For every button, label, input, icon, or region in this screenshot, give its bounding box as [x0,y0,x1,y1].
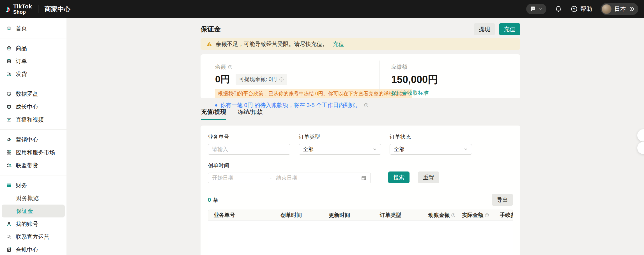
logo-line1: TikTok [13,3,32,9]
order-no-label: 业务单号 [208,133,290,141]
sidebar-item-marketing[interactable]: 营销中心 [0,133,66,146]
warning-icon [206,41,212,47]
results-count: 0 [208,197,211,203]
order-no-field: 业务单号 [208,133,290,155]
sidebar-item-deposit[interactable]: 保证金 [2,205,65,217]
insufficient-balance-alert: 余额不足，可能导致经营受限。请尽快充值。 充值 [201,38,520,50]
info-icon[interactable]: ? [485,213,489,217]
tab-recharge-withdraw[interactable]: 充值/提现 [201,108,226,120]
sidebar-item-label: 营销中心 [16,136,38,143]
info-icon[interactable]: ? [451,213,456,217]
info-icon[interactable]: ? [364,103,369,108]
messages-button[interactable] [526,4,546,14]
order-no-input[interactable] [208,144,290,155]
created-time-label: 创单时间 [208,162,371,169]
balance-card: 余额 ? 0円 可提现余额: 0円 ? 根据我们的平台政策，已从你的账号中冻结 … [201,54,520,98]
sidebar-item-live-video[interactable]: 直播和视频 [0,113,66,126]
sidebar-item-label: 保证金 [16,207,33,215]
sidebar-item-finance-overview[interactable]: 财务概览 [0,192,66,205]
date-separator: - [270,175,272,181]
sidebar-item-my-account[interactable]: 我的账号 [0,217,66,230]
sidebar-item-orders[interactable]: 订单 [0,55,66,68]
deposit-standard-link[interactable]: 保证金收取标准 [391,89,438,97]
sidebar-item-label: 数据罗盘 [16,90,38,98]
compass-icon [6,91,12,97]
info-icon[interactable]: ? [279,77,284,82]
due-block: 应缴额 150,000円 保证金收取标准 [391,63,438,97]
page-header: 保证金 提现 充值 [201,23,520,35]
chevron-down-icon [539,7,543,11]
floating-widget-button-1[interactable] [637,129,644,142]
topbar-actions: ? 帮助 日本 [526,3,638,15]
sidebar-item-analytics[interactable]: 数据罗盘 [0,87,66,100]
filter-row-1: 业务单号 订单类型 全部 订单状态 全部 [208,133,513,155]
question-circle-icon: ? [571,5,578,13]
start-date-placeholder: 开始日期 [212,174,233,182]
account-region-button[interactable]: 日本 [601,3,638,15]
alert-text: 余额不足，可能导致经营受限。请尽快充值。 [216,40,328,48]
sidebar: 首页 商品 订单 发货 数据罗盘 [0,18,66,255]
sidebar-item-home[interactable]: 首页 [0,22,66,35]
bell-icon[interactable] [555,5,562,13]
records-table: 业务单号 创单时间 更新时间 订单类型 动账金额 [208,210,513,255]
sidebar-item-finance[interactable]: 财务 [0,179,66,192]
tiktok-note-icon: ♪ [6,4,10,14]
due-label: 应缴额 [391,63,438,71]
clipboard-icon [6,58,12,64]
tab-freeze-deduct[interactable]: 冻结/扣款 [238,108,263,120]
sidebar-item-compliance[interactable]: 合规中心 [0,243,66,255]
megaphone-icon [6,137,12,142]
withdrawable-chip-text: 可提现余额: 0円 [239,76,277,83]
svg-text:?: ? [573,7,575,11]
pending-row: 你有一笔 0円 的待入账款项，将在 3-5 个工作日内到账。 ? [215,101,520,109]
info-icon[interactable]: ? [228,65,233,69]
user-icon [6,221,12,227]
sidebar-item-products[interactable]: 商品 [0,42,66,55]
sidebar-item-shipping[interactable]: 发货 [0,68,66,80]
video-icon [6,117,12,122]
col-order-type: 订单类型 [380,212,428,219]
alert-recharge-link[interactable]: 充值 [333,40,344,48]
pending-notice[interactable]: 你有一笔 0円 的待入账款项，将在 3-5 个工作日内到账。 [220,101,361,109]
created-time-field: 创单时间 开始日期 - 结束日期 [208,162,371,183]
sidebar-item-app-market[interactable]: 应用和服务市场 [0,146,66,159]
sidebar-item-label: 订单 [16,57,27,65]
sidebar-item-label: 发货 [16,70,27,78]
col-transaction-amount: 动账金额 ? [428,212,462,219]
sidebar-divider [0,129,66,130]
withdraw-button[interactable]: 提现 [474,23,495,35]
export-button[interactable]: 导出 [492,194,513,206]
sidebar-item-growth[interactable]: 成长中心 [0,100,66,113]
bag-icon [6,45,12,51]
frozen-notice: 根据我们的平台政策，已从你的账号中冻结 0円。你可以在下方查看完整的详细信息。 [215,89,412,98]
sidebar-divider [0,38,66,38]
search-button[interactable]: 搜索 [388,171,410,183]
filter-row-2: 创单时间 开始日期 - 结束日期 搜索 [208,162,513,183]
tiktok-shop-logo[interactable]: ♪ TikTok Shop [6,3,32,15]
sidebar-item-label: 商品 [16,45,27,52]
avatar [602,4,611,14]
filter-card: 业务单号 订单类型 全部 订单状态 全部 [201,126,520,255]
recharge-button[interactable]: 充值 [499,23,520,35]
affiliate-icon [6,163,12,168]
col-actual-amount: 实际金额 ? [462,212,500,219]
date-range-input[interactable]: 开始日期 - 结束日期 [208,173,371,183]
home-icon [6,26,12,31]
sidebar-item-label: 财务概览 [16,194,39,202]
help-button[interactable]: ? 帮助 [571,5,592,13]
floating-widget-button-2[interactable] [637,142,644,154]
chat-icon [6,234,12,240]
main-content: 保证金 提现 充值 余额不足，可能导致经营受限。请尽快充值。 充值 余额 ? [201,18,520,255]
order-type-label: 订单类型 [299,133,381,141]
balance-amount: 0円 [215,73,230,86]
sidebar-item-affiliate[interactable]: 联盟带货 [0,159,66,172]
card-icon [6,182,12,188]
order-type-select[interactable]: 全部 [299,144,381,155]
sidebar-item-label: 成长中心 [16,103,38,111]
region-label: 日本 [614,5,626,13]
sidebar-item-contact-ops[interactable]: 联系官方运营 [0,230,66,243]
order-type-value: 全部 [303,146,314,153]
reset-button[interactable]: 重置 [418,171,439,183]
page-title: 保证金 [201,25,221,34]
order-status-select[interactable]: 全部 [390,144,472,155]
